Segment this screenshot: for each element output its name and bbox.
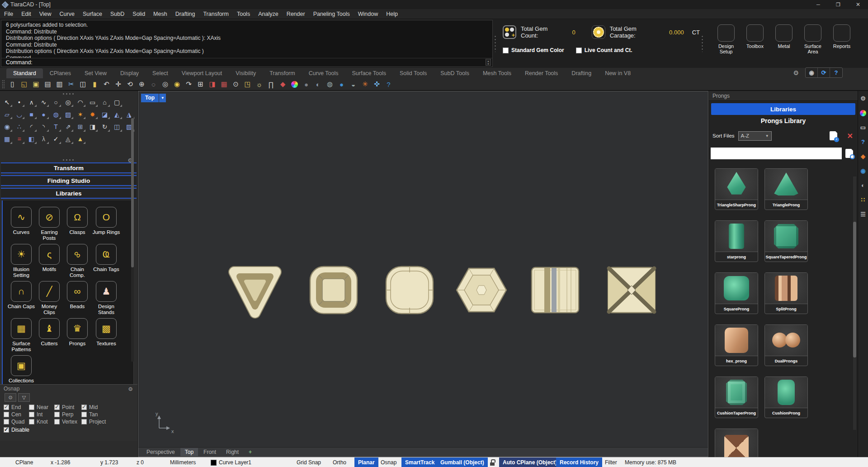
polyline-icon[interactable]: ∧ [25,96,38,108]
status-bar-item[interactable]: z 0 [137,457,144,467]
burst-icon[interactable]: ✸ [86,109,99,120]
checkbox-box[interactable] [503,48,509,53]
library-item[interactable]: ∞ Beads [63,281,91,318]
library-item[interactable]: Ҩ Chain Tags [91,244,121,281]
libraries-scrollbar[interactable] [131,117,134,362]
osnap-option[interactable]: Int [29,411,54,418]
circle-icon[interactable]: ○ [50,96,62,108]
sections-drag-handle[interactable]: ⚙ [0,157,137,162]
gumball-icon[interactable]: ✜ [371,79,382,89]
ribbon-tab[interactable]: Transform [263,68,302,78]
menu-item[interactable]: View [35,10,56,19]
osnap-option[interactable]: Cen [4,411,29,418]
osnap-option[interactable]: Near [29,404,54,411]
menu-item[interactable]: Window [354,10,382,19]
osnap-option[interactable]: Tan [81,411,113,418]
prong-card[interactable]: DualProngs [764,324,808,366]
lock-icon[interactable]: ∏ [265,79,277,89]
prong-card[interactable]: SquareProng [715,272,758,314]
constraint-icon[interactable]: λ [38,133,50,145]
offset-icon[interactable]: ◨ [86,121,99,133]
menu-item[interactable]: File [0,10,17,19]
help-panel-icon[interactable]: ? [859,138,867,146]
menu-item[interactable]: Curve [56,10,79,19]
library-item[interactable]: ♛ Prongs [63,318,91,355]
prong-card[interactable]: CushionProng [764,376,808,418]
command-prompt[interactable]: Command: [1,58,492,67]
palette-drag-handle[interactable] [0,91,137,96]
reports-icon[interactable]: Reports [828,24,855,68]
box-icon[interactable]: ■ [25,109,38,120]
ribbon-tab[interactable]: New in V8 [598,68,637,78]
sort-order-select[interactable]: A-Z ▼ [738,131,772,141]
ribbon-tab[interactable]: CPlanes [43,68,78,78]
prong-card[interactable]: TriangleSharpProng [715,168,758,210]
osnap-option[interactable]: Perp [54,411,81,418]
rotate-view-icon[interactable]: ⟲ [124,79,136,89]
mirror-icon[interactable]: ◫ [111,121,123,133]
add-file-icon[interactable] [830,131,837,140]
cutplane-icon[interactable]: ◪ [99,109,111,120]
status-bar-item[interactable] [490,457,495,467]
scale-points-icon[interactable]: ⇗ [62,121,74,133]
prong-card[interactable]: SquareTaperedProng [764,220,808,262]
command-scroll-spinner[interactable]: ▲▼ [486,59,491,66]
library-item[interactable]: O Jump Rings [91,207,121,244]
print-icon[interactable]: ▤ [42,79,53,89]
menu-item[interactable]: Tools [233,10,254,19]
osnap-option[interactable]: Knot [29,418,54,425]
viewport-tab[interactable]: + [244,448,256,456]
standard-gem-color-checkbox[interactable]: Standard Gem Color [503,47,564,53]
library-item[interactable]: ♝ Cutters [35,318,63,355]
paste-icon[interactable]: ▮ [89,79,100,89]
primitives-icon[interactable]: ◬ [62,133,74,145]
toolbar-grip[interactable] [2,80,5,89]
ribbon-tab[interactable]: Drafting [565,68,598,78]
minimize-button[interactable]: ─ [808,0,828,9]
check-icon[interactable]: ✓ [50,133,62,145]
undo-view-icon[interactable]: ↷ [183,79,194,89]
library-item[interactable]: ▦ Surface Patterns [7,318,35,355]
osnap-disable-option[interactable]: Disable [4,427,135,433]
section-button[interactable]: Transform [1,162,137,173]
arc-icon[interactable]: ◠ [74,96,86,108]
sync-icon[interactable]: ⟳ [818,68,830,77]
osnap-tab-snaps-icon[interactable]: ⊙ [5,393,16,402]
ribbon-tab[interactable]: Solid Tools [393,68,434,78]
ribbon-tab[interactable]: Viewport Layout [175,68,229,78]
library-item[interactable]: ∿ Curves [7,207,35,244]
technical-icon[interactable]: ✳ [359,79,371,89]
osnap-option[interactable]: End [4,404,29,411]
polygon-icon[interactable]: ⌂ [99,96,111,108]
menu-item[interactable]: Surface [79,10,106,19]
osnap-tab-filter-icon[interactable]: ▽ [18,393,30,402]
status-bar-item[interactable]: SmartTrack [401,457,438,467]
library-item[interactable]: ▣ Collections [7,355,35,384]
patch-icon[interactable]: ▨ [62,109,74,120]
menu-item[interactable]: Paneling Tools [309,10,354,19]
ribbon-tab[interactable]: SubD Tools [434,68,476,78]
ribbon-settings-gear-icon[interactable]: ⚙ [793,69,799,76]
torus-icon[interactable]: ◍ [50,109,62,120]
menu-item[interactable]: Mesh [149,10,171,19]
select-icon[interactable]: ↖ [1,96,13,108]
panel-tab-prongs[interactable]: Prongs [712,93,730,99]
zoom-dynamic-icon[interactable]: ⊕ [136,79,147,89]
status-bar-item[interactable]: Filter [605,457,617,467]
cut-icon[interactable]: ✂ [66,79,77,89]
rotate-object-icon[interactable]: ↻ [99,121,111,133]
named-view-icon[interactable]: ◳ [242,79,253,89]
blocks-icon[interactable]: ⊞ [74,121,86,133]
surface-area-icon[interactable]: Surface Area [799,24,826,68]
help-toolbar-icon[interactable]: ? [383,79,394,89]
menu-item[interactable]: Solid [128,10,149,19]
gem-outline-striped-square[interactable] [532,267,579,313]
pyramid-icon[interactable]: ▲ [74,133,86,145]
prongs-scrollbar[interactable] [853,176,856,430]
status-bar-item[interactable]: Millimeters [170,457,196,467]
array-linear-icon[interactable]: ≡ [13,133,25,145]
ribbon-tab[interactable]: Display [113,68,146,78]
checkbox-box[interactable] [576,48,582,53]
copy-icon[interactable]: ◫ [77,79,89,89]
surface-points-icon[interactable]: ▱ [1,109,13,120]
